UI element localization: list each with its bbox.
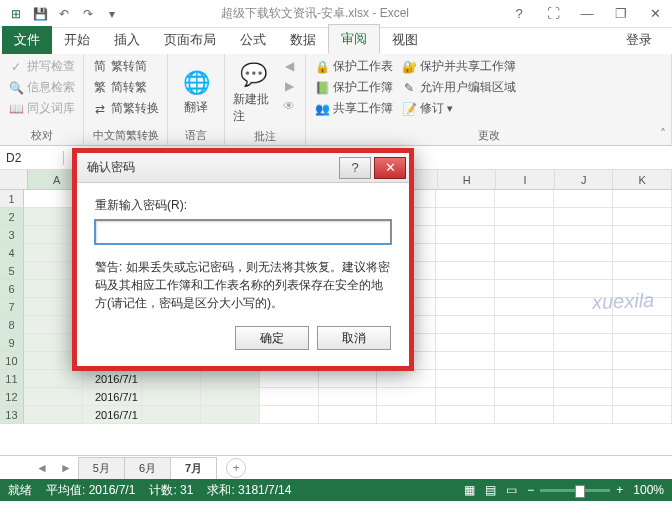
cell-C13[interactable] <box>142 406 201 424</box>
cell-I3[interactable] <box>495 226 554 244</box>
trad-to-simp-button[interactable]: 繁简转繁 <box>90 78 161 97</box>
sheet-tab-6[interactable]: 6月 <box>124 457 171 479</box>
close-icon[interactable]: ✕ <box>638 2 672 26</box>
row-header-6[interactable]: 6 <box>0 280 24 298</box>
cell-I13[interactable] <box>495 406 554 424</box>
cell-J9[interactable] <box>554 334 613 352</box>
cell-I2[interactable] <box>495 208 554 226</box>
sheet-tab-7[interactable]: 7月 <box>170 457 217 479</box>
cell-A12[interactable] <box>24 388 83 406</box>
row-header-9[interactable]: 9 <box>0 334 24 352</box>
cell-J13[interactable] <box>554 406 613 424</box>
cell-F12[interactable] <box>319 388 378 406</box>
cell-J4[interactable] <box>554 244 613 262</box>
comment-next[interactable]: ▶ <box>279 77 299 95</box>
row-header-4[interactable]: 4 <box>0 244 24 262</box>
row-header-2[interactable]: 2 <box>0 208 24 226</box>
cell-K4[interactable] <box>613 244 672 262</box>
comment-show[interactable]: 👁 <box>279 97 299 115</box>
cell-H5[interactable] <box>436 262 495 280</box>
convert-button[interactable]: ⇄简繁转换 <box>90 99 161 118</box>
cell-F11[interactable] <box>319 370 378 388</box>
cell-A13[interactable] <box>24 406 83 424</box>
allow-edit-range-button[interactable]: ✎允许用户编辑区域 <box>399 78 518 97</box>
cell-H9[interactable] <box>436 334 495 352</box>
cell-K7[interactable] <box>613 298 672 316</box>
tab-formulas[interactable]: 公式 <box>228 26 278 54</box>
help-icon[interactable]: ? <box>502 2 536 26</box>
dialog-close-button[interactable]: ✕ <box>374 157 406 179</box>
cell-J2[interactable] <box>554 208 613 226</box>
zoom-in-icon[interactable]: + <box>616 483 623 497</box>
cancel-button[interactable]: 取消 <box>317 326 391 350</box>
cell-E11[interactable] <box>260 370 319 388</box>
zoom-out-icon[interactable]: − <box>527 483 534 497</box>
tab-view[interactable]: 视图 <box>380 26 430 54</box>
dialog-titlebar[interactable]: 确认密码 ? ✕ <box>77 153 409 183</box>
col-header-H[interactable]: H <box>438 170 497 190</box>
row-header-3[interactable]: 3 <box>0 226 24 244</box>
view-break-icon[interactable]: ▭ <box>506 483 517 497</box>
cell-C11[interactable] <box>142 370 201 388</box>
cell-F13[interactable] <box>319 406 378 424</box>
cell-J1[interactable] <box>554 190 613 208</box>
col-header-J[interactable]: J <box>555 170 614 190</box>
undo-icon[interactable]: ↶ <box>54 4 74 24</box>
cell-I4[interactable] <box>495 244 554 262</box>
cell-H8[interactable] <box>436 316 495 334</box>
protect-sheet-button[interactable]: 🔒保护工作表 <box>312 57 395 76</box>
cell-K8[interactable] <box>613 316 672 334</box>
cell-J11[interactable] <box>554 370 613 388</box>
tab-home[interactable]: 开始 <box>52 26 102 54</box>
cell-G13[interactable] <box>377 406 436 424</box>
cell-H3[interactable] <box>436 226 495 244</box>
view-layout-icon[interactable]: ▤ <box>485 483 496 497</box>
cell-K2[interactable] <box>613 208 672 226</box>
password-input[interactable] <box>95 220 391 244</box>
cell-D12[interactable] <box>201 388 260 406</box>
cell-J12[interactable] <box>554 388 613 406</box>
cell-H11[interactable] <box>436 370 495 388</box>
cell-H10[interactable] <box>436 352 495 370</box>
restore-icon[interactable]: ❐ <box>604 2 638 26</box>
cell-I11[interactable] <box>495 370 554 388</box>
redo-icon[interactable]: ↷ <box>78 4 98 24</box>
cell-C12[interactable] <box>142 388 201 406</box>
cell-G11[interactable] <box>377 370 436 388</box>
cell-D11[interactable] <box>201 370 260 388</box>
tab-layout[interactable]: 页面布局 <box>152 26 228 54</box>
row-header-11[interactable]: 11 <box>0 370 24 388</box>
cell-H13[interactable] <box>436 406 495 424</box>
row-header-12[interactable]: 12 <box>0 388 24 406</box>
protect-share-button[interactable]: 🔐保护并共享工作簿 <box>399 57 518 76</box>
translate-button[interactable]: 🌐翻译 <box>174 57 218 126</box>
cell-K13[interactable] <box>613 406 672 424</box>
name-box[interactable]: D2 <box>0 151 64 165</box>
comment-prev[interactable]: ◀ <box>279 57 299 75</box>
cell-J3[interactable] <box>554 226 613 244</box>
fullscreen-icon[interactable]: ⛶ <box>536 2 570 26</box>
cell-J10[interactable] <box>554 352 613 370</box>
new-comment-button[interactable]: 💬新建批注 <box>231 57 275 127</box>
cell-I6[interactable] <box>495 280 554 298</box>
zoom-control[interactable]: − + <box>527 483 623 497</box>
cell-I5[interactable] <box>495 262 554 280</box>
research-button[interactable]: 🔍信息检索 <box>6 78 77 97</box>
cell-K6[interactable] <box>613 280 672 298</box>
dialog-help-button[interactable]: ? <box>339 157 371 179</box>
thesaurus-button[interactable]: 📖同义词库 <box>6 99 77 118</box>
row-header-13[interactable]: 13 <box>0 406 24 424</box>
cell-B12[interactable]: 2016/7/1 <box>83 388 142 406</box>
spell-check-button[interactable]: ✓拼写检查 <box>6 57 77 76</box>
tab-file[interactable]: 文件 <box>2 26 52 54</box>
excel-icon[interactable]: ⊞ <box>6 4 26 24</box>
cell-I12[interactable] <box>495 388 554 406</box>
row-header-1[interactable]: 1 <box>0 190 24 208</box>
cell-K11[interactable] <box>613 370 672 388</box>
new-sheet-button[interactable]: + <box>226 458 246 478</box>
cell-I8[interactable] <box>495 316 554 334</box>
col-header-I[interactable]: I <box>496 170 555 190</box>
sheet-tab-5[interactable]: 5月 <box>78 457 125 479</box>
col-header-K[interactable]: K <box>613 170 672 190</box>
cell-J8[interactable] <box>554 316 613 334</box>
